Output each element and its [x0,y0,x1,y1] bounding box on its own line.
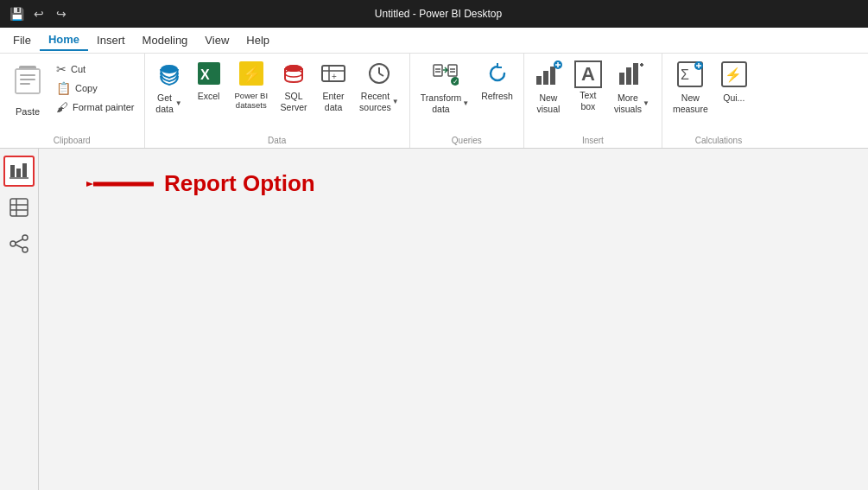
svg-line-58 [16,239,22,243]
main-layout: Report Option [0,149,868,490]
calculations-group-label: Calculations [668,134,770,148]
calculations-items: Σ Newmeasure ⚡ Qui... [668,57,770,134]
copy-button[interactable]: 📋 Copy [52,80,139,97]
format-painter-button[interactable]: 🖌 Format painter [52,99,139,116]
transform-data-button[interactable]: ✓ Transformdata ▼ [415,57,474,118]
new-visual-button[interactable]: Newvisual [529,57,567,118]
recent-sources-icon [366,60,392,89]
sidenav-data[interactable] [3,192,35,223]
new-measure-label: Newmeasure [673,92,708,114]
svg-point-56 [22,235,28,240]
data-items: Getdata ▼ X Excel ⚡ [150,57,404,134]
svg-rect-30 [543,71,548,85]
transform-data-label: Transformdata [421,92,461,114]
sql-server-button[interactable]: SQLServer [275,57,313,116]
svg-text:+: + [332,72,337,81]
data-group-label: Data [150,134,404,148]
sql-server-icon [281,60,307,89]
get-data-icon [155,60,183,91]
excel-button[interactable]: X Excel [190,57,228,105]
enter-data-icon: + [320,60,346,89]
app-title: Untitled - Power BI Desktop [375,8,502,20]
title-bar: 💾 ↩ ↪ Untitled - Power BI Desktop [0,0,868,28]
svg-rect-1 [16,69,40,93]
svg-text:⚡: ⚡ [725,67,742,83]
text-box-icon: A [574,60,602,88]
enter-data-button[interactable]: + Enterdata [314,57,352,116]
copy-icon: 📋 [56,81,71,95]
power-bi-datasets-button[interactable]: ⚡ Power BIdatasets [230,57,274,114]
quick-measure-button[interactable]: ⚡ Qui... [715,57,753,107]
text-box-label: Textbox [580,90,596,111]
svg-text:⚡: ⚡ [242,65,262,84]
title-bar-left: 💾 ↩ ↪ [9,6,69,22]
ribbon: Paste ✂ Cut 📋 Copy 🖌 Format painter Clip… [0,54,868,149]
svg-text:✓: ✓ [453,78,459,86]
svg-rect-47 [10,165,15,177]
paste-button[interactable]: Paste [5,57,50,122]
svg-text:Σ: Σ [681,67,689,82]
insert-items: Newvisual A Textbox [529,57,656,134]
ribbon-group-calculations: Σ Newmeasure ⚡ Qui... C [662,54,775,148]
canvas-area: Report Option [39,149,868,490]
more-visuals-icon [618,60,645,91]
svg-rect-3 [20,74,35,76]
redo-icon[interactable]: ↪ [54,6,69,22]
menu-bar: File Home Insert Modeling View Help [0,28,868,54]
ribbon-group-data: Getdata ▼ X Excel ⚡ [145,54,410,148]
save-icon[interactable]: 💾 [9,6,24,22]
menu-help[interactable]: Help [238,30,278,50]
svg-rect-48 [16,169,21,177]
refresh-label: Refresh [481,91,513,102]
annotation: Report Option [86,170,315,197]
new-measure-button[interactable]: Σ Newmeasure [668,57,713,118]
menu-file[interactable]: File [4,30,40,50]
svg-rect-35 [619,73,624,85]
red-arrow [86,171,155,197]
more-visuals-label: Morevisuals [614,92,642,114]
quick-measure-label: Qui... [723,92,744,104]
svg-point-57 [22,247,28,252]
clipboard-group-label: Clipboard [5,134,139,148]
text-box-button[interactable]: A Textbox [569,57,607,115]
new-measure-icon: Σ [676,60,704,91]
quick-measure-icon: ⚡ [720,60,748,91]
cut-icon: ✂ [56,62,67,76]
svg-rect-24 [448,65,457,76]
ribbon-group-insert: Newvisual A Textbox [524,54,662,148]
new-visual-label: Newvisual [536,92,560,114]
svg-rect-31 [550,67,555,85]
get-data-button[interactable]: Getdata ▼ [150,57,188,118]
copy-label: Copy [75,83,98,93]
queries-group-label: Queries [415,134,518,148]
get-data-label: Getdata [155,92,173,114]
menu-home[interactable]: Home [40,29,88,51]
transform-data-icon: ✓ [431,60,459,91]
sidenav-model[interactable] [3,228,35,259]
more-visuals-button[interactable]: Morevisuals ▼ [609,57,655,118]
svg-rect-5 [20,83,30,85]
menu-view[interactable]: View [196,30,238,50]
format-painter-label: Format painter [73,102,135,112]
svg-line-59 [16,245,22,248]
cut-button[interactable]: ✂ Cut [52,60,139,78]
menu-modeling[interactable]: Modeling [134,30,197,50]
refresh-button[interactable]: Refresh [476,57,518,105]
svg-rect-36 [626,67,631,85]
insert-group-label: Insert [529,134,656,148]
menu-insert[interactable]: Insert [88,30,134,50]
clipboard-items: Paste ✂ Cut 📋 Copy 🖌 Format painter [5,57,139,134]
format-painter-icon: 🖌 [56,100,68,114]
recent-sources-label: Recentsources [359,91,391,112]
sidenav-report[interactable] [3,156,35,187]
get-data-dropdown: ▼ [175,99,182,107]
undo-icon[interactable]: ↩ [31,6,47,22]
svg-rect-21 [434,65,442,76]
recent-sources-button[interactable]: Recentsources ▼ [354,57,404,116]
excel-label: Excel [198,91,220,102]
side-nav [0,149,39,490]
paste-icon [12,62,43,105]
paste-label: Paste [16,106,40,117]
enter-data-label: Enterdata [323,91,345,112]
cut-label: Cut [71,64,86,74]
